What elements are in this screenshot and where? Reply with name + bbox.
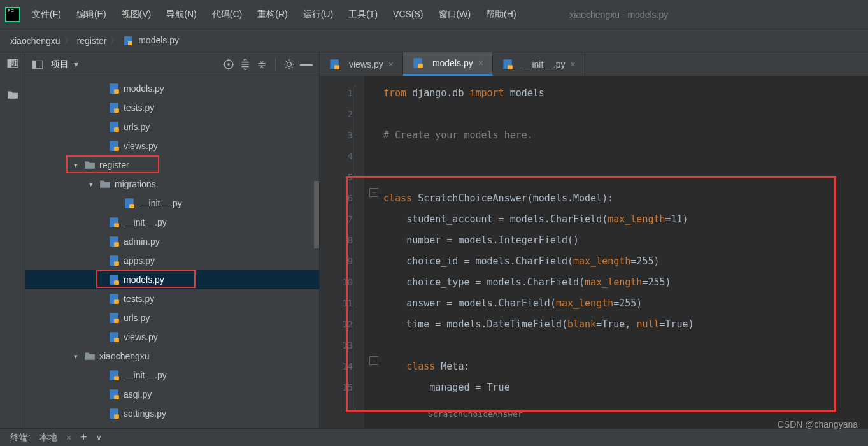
tree-item-tests-py[interactable]: tests.py bbox=[25, 98, 319, 117]
menu-h[interactable]: 帮助(H) bbox=[486, 9, 516, 20]
app-icon bbox=[5, 7, 20, 22]
svg-rect-34 bbox=[114, 376, 119, 380]
tree-item-label: views.py bbox=[124, 141, 158, 151]
tree-item-views-py[interactable]: views.py bbox=[25, 327, 319, 347]
fold-icon[interactable]: − bbox=[369, 188, 378, 197]
tree-item-__init__-py[interactable]: __init__.py bbox=[25, 194, 319, 213]
files-tool-icon[interactable] bbox=[7, 89, 18, 101]
tree-item-asgi-py[interactable]: asgi.py bbox=[25, 385, 319, 404]
project-stripe-icon[interactable] bbox=[7, 57, 18, 69]
svg-rect-3 bbox=[8, 59, 11, 67]
code-area[interactable]: from django.db import models # Create yo… bbox=[364, 76, 868, 428]
tree-item-urls-py[interactable]: urls.py bbox=[25, 308, 319, 327]
line-number: 4 bbox=[320, 146, 353, 167]
editor-body[interactable]: 123456789101112131415 from django.db imp… bbox=[320, 76, 868, 428]
editor-tabs: views.py×models.py×__init__.py× bbox=[320, 52, 868, 76]
breadcrumb-folder[interactable]: register bbox=[77, 36, 107, 46]
gear-icon[interactable] bbox=[283, 59, 295, 70]
terminal-tab-local[interactable]: 本地 bbox=[39, 432, 57, 443]
menu-v[interactable]: 视图(V) bbox=[122, 9, 152, 20]
svg-rect-1 bbox=[128, 41, 132, 45]
menu-f[interactable]: 文件(F) bbox=[32, 9, 61, 20]
line-number: 2 bbox=[320, 104, 353, 125]
tree-item-label: register bbox=[99, 160, 129, 170]
tree-item-models-py[interactable]: models.py bbox=[25, 79, 319, 98]
svg-rect-44 bbox=[508, 65, 513, 69]
svg-rect-10 bbox=[114, 89, 119, 94]
tree-item-label: migrations bbox=[115, 179, 156, 189]
line-number: 9 bbox=[320, 251, 353, 272]
svg-point-7 bbox=[227, 63, 229, 65]
chevron-down-icon[interactable]: ∨ bbox=[96, 433, 102, 442]
menu-c[interactable]: 代码(C) bbox=[212, 9, 242, 20]
tree-item-label: apps.py bbox=[124, 255, 155, 266]
tab-views-py[interactable]: views.py× bbox=[320, 52, 403, 76]
dropdown-icon[interactable]: ▾ bbox=[74, 59, 78, 69]
menu-s[interactable]: VCS(S) bbox=[393, 9, 423, 20]
watermark: CSDN @changyana bbox=[778, 419, 858, 429]
tree-item-migrations[interactable]: ▾migrations bbox=[25, 175, 319, 194]
line-number: 3 bbox=[320, 125, 353, 146]
terminal-label[interactable]: 终端: bbox=[10, 432, 31, 443]
tree-item-views-py[interactable]: views.py bbox=[25, 136, 319, 155]
menu-n[interactable]: 导航(N) bbox=[166, 9, 196, 20]
plus-icon[interactable]: + bbox=[80, 431, 87, 444]
sidebar-title: 项目 bbox=[51, 59, 69, 70]
svg-rect-40 bbox=[334, 65, 339, 69]
menu-t[interactable]: 工具(T) bbox=[348, 9, 378, 20]
tree-item-register[interactable]: ▾register bbox=[25, 155, 319, 175]
tree-item-label: views.py bbox=[124, 332, 158, 342]
tree-item-__init__-py[interactable]: __init__.py bbox=[25, 213, 319, 232]
tree-item-admin-py[interactable]: admin.py bbox=[25, 232, 319, 251]
breadcrumb-file[interactable]: models.py bbox=[123, 35, 179, 46]
tree-item-apps-py[interactable]: apps.py bbox=[25, 251, 319, 270]
tree-item-urls-py[interactable]: urls.py bbox=[25, 117, 319, 136]
svg-rect-12 bbox=[114, 108, 119, 113]
collapse-all-icon[interactable] bbox=[256, 59, 267, 70]
line-number: 14 bbox=[320, 356, 353, 377]
tree-item-settings-py[interactable]: settings.py bbox=[25, 404, 319, 423]
svg-rect-18 bbox=[129, 204, 134, 208]
svg-rect-14 bbox=[114, 127, 119, 132]
svg-rect-32 bbox=[114, 338, 119, 342]
tree-item-models-py[interactable]: models.py bbox=[25, 270, 319, 289]
close-icon[interactable]: × bbox=[388, 59, 394, 69]
svg-rect-36 bbox=[114, 395, 119, 399]
tab-label: views.py bbox=[349, 59, 383, 69]
project-sidebar: 项目 ▾ — models.pytests.pyurls.pyviews.py▾… bbox=[25, 52, 320, 428]
chevron-down-icon: ▾ bbox=[74, 352, 83, 361]
line-number: 10 bbox=[320, 272, 353, 293]
close-icon[interactable]: × bbox=[571, 59, 576, 69]
svg-rect-26 bbox=[114, 280, 119, 285]
chevron-down-icon: ▾ bbox=[89, 180, 98, 189]
tab-__init__-py[interactable]: __init__.py× bbox=[493, 52, 585, 76]
menu-e[interactable]: 编辑(E) bbox=[76, 9, 106, 20]
chevron-right-icon: 〉 bbox=[110, 35, 119, 47]
tab-models-py[interactable]: models.py× bbox=[403, 52, 493, 76]
svg-rect-28 bbox=[114, 299, 119, 304]
close-icon[interactable]: × bbox=[66, 433, 71, 443]
expand-all-icon[interactable] bbox=[239, 59, 251, 70]
menu-w[interactable]: 窗口(W) bbox=[439, 9, 471, 20]
locate-icon[interactable] bbox=[223, 59, 234, 70]
tree-item-label: __init__.py bbox=[124, 370, 167, 380]
sidebar-header: 项目 ▾ — bbox=[25, 52, 319, 76]
menu-r[interactable]: 重构(R) bbox=[257, 9, 287, 20]
tree-item-label: asgi.py bbox=[124, 389, 152, 399]
hide-icon[interactable]: — bbox=[300, 57, 313, 71]
tree-item-label: tests.py bbox=[124, 294, 154, 304]
close-icon[interactable]: × bbox=[478, 58, 483, 68]
tree-item-label: settings.py bbox=[124, 408, 166, 419]
svg-rect-16 bbox=[114, 147, 119, 151]
tree-item-__init__-py[interactable]: __init__.py bbox=[25, 366, 319, 385]
tree-item-label: tests.py bbox=[124, 103, 154, 113]
breadcrumb-project[interactable]: xiaochengxu bbox=[10, 36, 60, 46]
editor-crumb[interactable]: ScratchChoiceAnswer bbox=[428, 403, 523, 424]
tree-item-label: models.py bbox=[124, 275, 164, 285]
editor-area: views.py×models.py×__init__.py× 12345678… bbox=[320, 52, 868, 428]
tree-item-xiaochengxu[interactable]: ▾xiaochengxu bbox=[25, 347, 319, 366]
project-tree[interactable]: models.pytests.pyurls.pyviews.py▾registe… bbox=[25, 76, 319, 428]
fold-icon[interactable]: − bbox=[369, 356, 378, 365]
menu-u[interactable]: 运行(U) bbox=[303, 9, 333, 20]
tree-item-tests-py[interactable]: tests.py bbox=[25, 289, 319, 308]
